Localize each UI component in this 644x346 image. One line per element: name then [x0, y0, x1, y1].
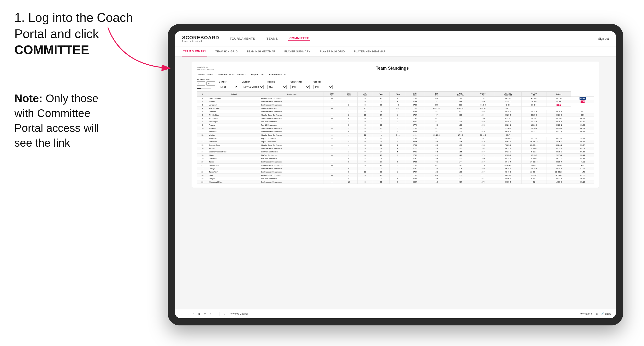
cell-15-12: 80-25-2	[494, 147, 522, 150]
watch-btn[interactable]: 👁 Watch ▾	[580, 313, 592, 315]
cell-1-15: 87.21	[571, 100, 594, 103]
cell-4-12: 63-15-1	[494, 110, 522, 113]
nav-tournaments[interactable]: TOURNAMENTS	[229, 37, 256, 40]
subnav-team-h2h-grid[interactable]: TEAM H2H GRID	[214, 46, 239, 56]
toolbar-add-btn[interactable]: +	[214, 313, 218, 315]
subnav-team-summary[interactable]: TEAM SUMMARY	[182, 46, 207, 56]
cell-5-8: 275.7	[406, 113, 424, 117]
cell-19-1: Texas	[208, 160, 260, 164]
share-btn[interactable]: 🔗 Share	[601, 313, 611, 315]
cell-6-12: 61-21-0	[494, 117, 522, 120]
navbar: SCOREBOARD Powered by clippd TOURNAMENTS…	[175, 31, 616, 46]
cell-1-10: 2.88	[449, 100, 472, 103]
cell-21-12: 59-39-1	[494, 167, 522, 170]
nav-committee[interactable]: COMMITTEE	[288, 36, 310, 41]
toolbar-up-btn[interactable]: ↑	[192, 313, 195, 315]
cell-24-13: 9-19-1	[522, 177, 546, 180]
cell-10-4: 6	[340, 130, 357, 134]
cell-25-1: Mississippi State	[208, 180, 260, 184]
table-row: 19CaliforniaPac-12 Conference—48242278.2…	[197, 157, 594, 160]
cell-6-1: Tennessee	[208, 117, 260, 120]
view-original-btn[interactable]: 👁 View: Original	[230, 313, 248, 315]
col-conference: Conference	[260, 92, 324, 97]
subnav-player-h2h-grid[interactable]: PLAYER H2H GRID	[318, 46, 346, 56]
toolbar-info-btn[interactable]: ⓘ	[222, 312, 226, 316]
col-conf-rank: Conf.Rank	[340, 92, 357, 97]
nav-teams[interactable]: TEAMS	[266, 37, 279, 40]
cell-18-3: —	[324, 157, 340, 160]
conference-select[interactable]: (All)	[290, 85, 310, 89]
cell-7-4: 2	[340, 120, 357, 124]
cell-14-9: -6.2	[424, 144, 449, 147]
division-select[interactable]: NCAA Division I	[242, 85, 264, 89]
col-avg-low-rd: Avg.Low Rd.	[449, 92, 472, 97]
table-row: 15Georgia TechAtlantic Coast Conference—…	[197, 144, 594, 147]
max-val-input[interactable]	[206, 81, 215, 86]
cell-14-8: 276.8	[406, 144, 424, 147]
toolbar-cut-btn[interactable]: ✂	[203, 313, 207, 315]
cell-19-3: —	[324, 160, 340, 164]
tablet-screen: SCOREBOARD Powered by clippd TOURNAMENTS…	[175, 31, 616, 318]
cell-9-14: 33-29-1	[546, 127, 572, 130]
cell-16-13: 9-10-2	[522, 150, 546, 154]
cell-14-2: Atlantic Coast Conference	[260, 144, 324, 147]
table-row: 10AlabamaSoutheastern Conference—5823327…	[197, 127, 594, 130]
cell-2-1: Vanderbilt	[208, 103, 260, 107]
table-row: 8WashingtonPac-12 Conference—28231276.3-…	[197, 120, 594, 124]
cell-0-1: North Carolina	[208, 97, 260, 100]
cell-18-6: 24	[373, 157, 390, 160]
cell-15-9: -2.9	[424, 147, 449, 150]
cell-6-2: Southeastern Conference	[260, 117, 324, 120]
cell-15-2: Southeastern Conference	[260, 147, 324, 150]
cell-15-15: 65.02	[571, 147, 594, 150]
division-control: Division NCAA Division I	[242, 81, 264, 89]
slider-bar[interactable]	[197, 88, 211, 89]
cell-6-9: -5.5	[424, 117, 449, 120]
cell-6-6: 18	[373, 117, 390, 120]
cell-23-14: 47-30-0	[546, 174, 572, 177]
cell-19-2: Southeastern Conference	[260, 160, 324, 164]
subnav-player-summary[interactable]: PLAYER SUMMARY	[283, 46, 311, 56]
col-no-tour: NoTour	[357, 92, 373, 97]
cell-13-13: 30-15-18	[522, 140, 546, 144]
cell-9-6: 23	[373, 127, 390, 130]
gender-select[interactable]: Men's	[219, 85, 238, 89]
cell-7-3: —	[324, 120, 340, 124]
table-row: 26Mississippi StateSoutheastern Conferen…	[197, 180, 594, 184]
cell-25-12: 60-39-2	[494, 180, 522, 184]
subnav-player-h2h-heatmap[interactable]: PLAYER H2H HEATMAP	[353, 46, 386, 56]
subnav-team-h2h-heatmap[interactable]: TEAM H2H HEATMAP	[246, 46, 276, 56]
toolbar-expand-btn[interactable]: ⧉	[595, 313, 598, 315]
cell-6-11: 255	[472, 117, 494, 120]
toolbar-forward-btn[interactable]: →	[186, 313, 190, 315]
cell-9-11: 217	[472, 127, 494, 130]
sign-out-btn[interactable]: | Sign out	[597, 37, 609, 40]
cell-18-0: 19	[197, 157, 208, 160]
toolbar-grid-btn[interactable]: ▣	[197, 313, 201, 315]
toolbar-circle-btn[interactable]: ○	[209, 313, 212, 315]
cell-11-4: 4	[340, 134, 357, 137]
cell-0-9: -5.2	[424, 97, 449, 100]
cell-1-5: 9	[357, 100, 373, 103]
cell-1-13: 30-4-0	[522, 100, 546, 103]
cell-18-5: 8	[357, 157, 373, 160]
cell-10-3: —	[324, 130, 340, 134]
cell-18-15: 48.27	[571, 157, 594, 160]
content-card: Update time: 27/03/2024 16:56:26 Team St…	[192, 62, 599, 188]
cell-1-11: 260	[472, 100, 494, 103]
cell-23-4: 5	[340, 174, 357, 177]
school-select[interactable]: (All)	[314, 85, 333, 89]
cell-20-15: 45.9	[571, 164, 594, 167]
min-val-input[interactable]	[197, 81, 206, 86]
filter-row: Gender: Men's Division: NCAA Division I …	[197, 73, 594, 76]
cell-23-12: 90-32-2	[494, 174, 522, 177]
cell-4-10: 2.37	[449, 110, 472, 113]
cell-10-2: Southeastern Conference	[260, 130, 324, 134]
region-select[interactable]: N/A	[268, 85, 287, 89]
table-row: 16FloridaSoutheastern Conference—7924427…	[197, 147, 594, 150]
cell-10-12: 82-18-1	[494, 130, 522, 134]
cell-24-1: Oregon	[208, 177, 260, 180]
toolbar-back-btn[interactable]: ←	[180, 313, 184, 315]
cell-2-9: 2.77	[424, 103, 449, 107]
instruction-body: Log into the Coach Portal and click	[14, 10, 133, 41]
